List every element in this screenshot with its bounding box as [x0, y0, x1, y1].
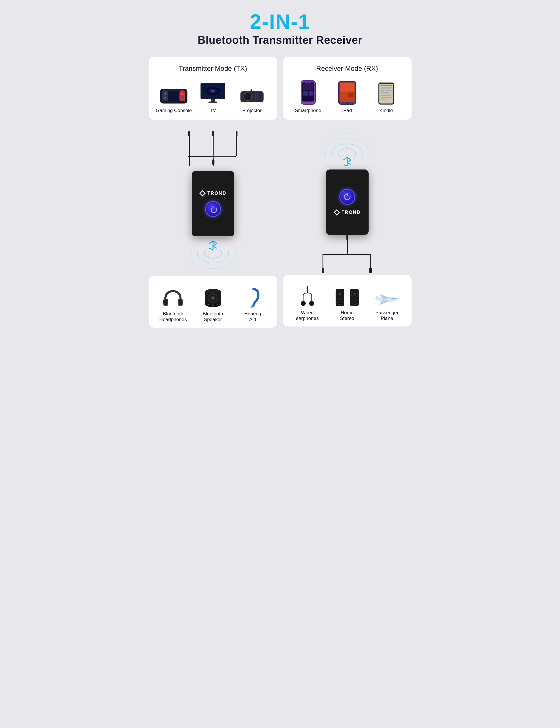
svg-rect-54 — [189, 136, 190, 166]
tx-output-devices: Bluetooth Headphones — [153, 283, 273, 322]
svg-point-5 — [164, 97, 166, 99]
svg-rect-57 — [236, 131, 237, 136]
stereo-icon-wrap — [335, 282, 359, 307]
svg-rect-107 — [323, 254, 371, 255]
svg-point-40 — [346, 102, 348, 104]
device-gaming-console: Gaming Console — [154, 79, 193, 113]
svg-line-64 — [213, 241, 217, 243]
svg-rect-117 — [307, 286, 308, 290]
earphones-icon — [299, 286, 316, 307]
svg-point-87 — [216, 304, 218, 305]
svg-rect-110 — [370, 254, 371, 268]
svg-rect-39 — [348, 93, 354, 97]
plane-label: Passenger Plane — [375, 310, 398, 321]
svg-line-66 — [213, 246, 217, 248]
ipad-icon-wrap — [338, 79, 356, 105]
tx-diagram: TROND — [149, 131, 277, 328]
rx-bt-wave-top — [319, 131, 376, 167]
tx-output-box: Bluetooth Headphones — [149, 276, 277, 328]
svg-line-65 — [213, 243, 217, 246]
svg-rect-6 — [179, 90, 185, 101]
rx-output-devices: Wired earphones — [288, 282, 407, 321]
svg-line-98 — [347, 162, 351, 165]
svg-line-69 — [209, 248, 213, 250]
svg-point-123 — [338, 301, 341, 303]
svg-line-97 — [347, 160, 351, 162]
svg-rect-32 — [303, 91, 308, 96]
gaming-console-icon-wrap — [160, 79, 188, 105]
svg-rect-14 — [211, 99, 215, 102]
svg-rect-53 — [188, 131, 190, 136]
tx-cables-svg — [168, 131, 259, 171]
svg-point-84 — [212, 297, 214, 299]
svg-point-70 — [204, 250, 222, 258]
svg-rect-106 — [347, 240, 348, 254]
device-projector: Projector — [232, 79, 271, 113]
svg-rect-111 — [369, 268, 372, 273]
svg-rect-48 — [381, 92, 389, 93]
svg-point-132 — [392, 298, 394, 299]
svg-point-127 — [354, 293, 355, 295]
main-title: 2-IN-1 — [149, 11, 412, 32]
svg-rect-31 — [303, 83, 313, 90]
power-button-tx[interactable] — [205, 201, 221, 217]
plane-icon — [375, 291, 399, 307]
svg-point-91 — [339, 149, 356, 157]
svg-rect-109 — [322, 268, 324, 273]
output-stereo: Home Stereo — [327, 282, 367, 321]
device-kindle: Kindle — [367, 79, 406, 113]
svg-point-129 — [353, 301, 356, 303]
svg-point-114 — [302, 302, 305, 305]
tv-label: TV — [210, 108, 216, 113]
output-speaker: Bluetooth Speaker — [193, 283, 233, 322]
ipad-label: iPad — [342, 108, 352, 113]
svg-rect-44 — [381, 85, 392, 86]
svg-point-72 — [190, 250, 236, 269]
speaker-icon — [204, 288, 222, 308]
svg-rect-52 — [381, 99, 388, 100]
page-header: 2-IN-1 Bluetooth Transmitter Receiver — [149, 11, 412, 46]
rx-cables-svg — [302, 235, 393, 275]
svg-point-4 — [164, 92, 167, 95]
trond-device-rx: TROND — [326, 169, 369, 235]
hearing-aid-label: Hearing Aid — [244, 311, 261, 322]
svg-rect-45 — [381, 87, 392, 88]
rx-mode-title: Receiver Mode (RX) — [289, 65, 406, 73]
svg-point-13 — [211, 90, 214, 92]
svg-point-7 — [181, 93, 183, 95]
output-headphones: Bluetooth Headphones — [153, 283, 193, 322]
headphones-label: Bluetooth Headphones — [159, 311, 187, 322]
svg-rect-33 — [309, 91, 313, 96]
device-tv: TV — [193, 79, 232, 113]
wave-rings-rx-top — [319, 131, 376, 157]
svg-point-8 — [181, 96, 184, 99]
svg-point-20 — [246, 95, 249, 98]
output-plane: Passenger Plane — [367, 282, 407, 321]
svg-rect-108 — [323, 254, 323, 268]
projector-label: Projector — [242, 108, 262, 113]
tv-icon-wrap — [200, 79, 226, 105]
tx-bt-wave — [185, 240, 241, 276]
brand-logo-tx — [199, 190, 206, 197]
svg-point-30 — [307, 82, 309, 83]
earphones-label: Wired earphones — [296, 310, 319, 321]
svg-point-86 — [212, 305, 214, 306]
device-smartphone: Smartphone — [289, 79, 328, 113]
stereo-icon — [335, 287, 359, 307]
brand-label-rx: TROND — [334, 209, 361, 216]
rx-output-box: Wired earphones — [283, 275, 412, 326]
svg-rect-50 — [381, 95, 391, 96]
svg-line-68 — [209, 241, 213, 243]
stereo-label: Home Stereo — [340, 310, 354, 321]
svg-point-93 — [325, 138, 370, 157]
diagram-area: TROND — [149, 131, 412, 328]
kindle-icon — [378, 82, 394, 105]
smartphone-icon-wrap — [300, 79, 316, 105]
power-button-rx[interactable] — [339, 189, 355, 205]
svg-point-116 — [310, 302, 313, 305]
rx-cables-bottom — [302, 235, 393, 275]
headphones-icon — [162, 289, 184, 308]
output-hearing-aid: Hearing Aid — [233, 283, 273, 322]
bt-icon-rx — [342, 157, 353, 167]
svg-rect-60 — [212, 160, 214, 165]
